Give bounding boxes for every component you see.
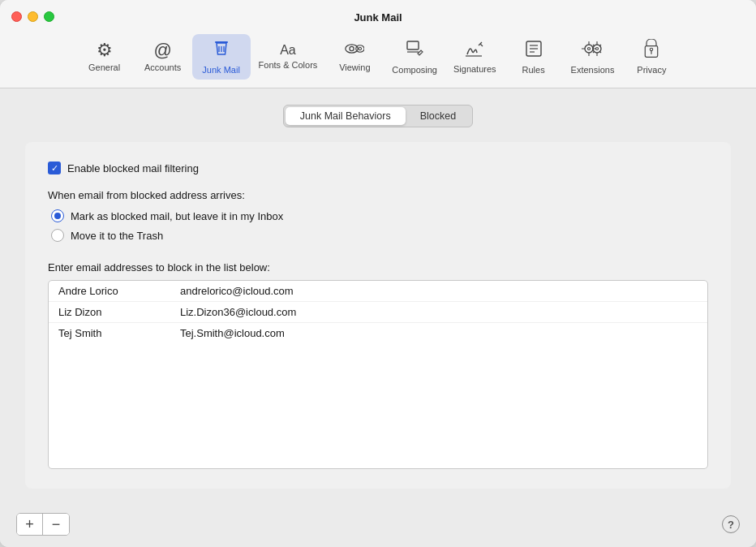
- radio-mark-label: Mark as blocked mail, but leave it in my…: [71, 210, 283, 222]
- toolbar-label-signatures: Signatures: [453, 64, 496, 74]
- enable-filtering-label: Enable blocked mail filtering: [67, 162, 199, 174]
- list-label: Enter email addresses to block in the li…: [48, 261, 708, 274]
- enable-filtering-row: ✓ Enable blocked mail filtering: [48, 162, 708, 174]
- email-row-0: Andre Lorico andrelorico@icloud.com: [49, 281, 707, 302]
- email-addr-0: andrelorico@icloud.com: [180, 285, 294, 297]
- toolbar-label-accounts: Accounts: [144, 62, 181, 72]
- email-row-2: Tej Smith Tej.Smith@icloud.com: [49, 323, 707, 343]
- when-email-label: When email from blocked address arrives:: [48, 189, 708, 201]
- bottom-bar: + − ?: [0, 505, 756, 547]
- signatures-icon: [464, 40, 485, 61]
- svg-point-16: [588, 48, 591, 50]
- email-name-2: Tej Smith: [58, 327, 156, 339]
- checkmark-icon: ✓: [51, 164, 58, 173]
- toolbar-item-accounts[interactable]: @ Accounts: [134, 37, 192, 77]
- toolbar-label-rules: Rules: [522, 65, 545, 75]
- toolbar-item-signatures[interactable]: Signatures: [445, 35, 505, 79]
- segment-junk-mail-behaviors[interactable]: Junk Mail Behaviors: [286, 107, 406, 125]
- content-area: Junk Mail Behaviors Blocked ✓ Enable blo…: [0, 88, 756, 505]
- window-title: Junk Mail: [354, 11, 402, 24]
- toolbar-label-composing: Composing: [392, 65, 437, 75]
- toolbar-item-viewing[interactable]: Viewing: [325, 37, 384, 77]
- svg-point-5: [350, 46, 354, 50]
- radio-move-label: Move it to the Trash: [71, 230, 163, 242]
- title-bar: Junk Mail: [0, 0, 756, 29]
- gear-icon: ⚙: [97, 41, 113, 59]
- toolbar-item-fonts-colors[interactable]: Aa Fonts & Colors: [251, 39, 326, 75]
- add-button[interactable]: +: [17, 514, 43, 535]
- svg-point-7: [359, 47, 361, 50]
- maximize-button[interactable]: [44, 11, 54, 22]
- rules-icon: [524, 39, 543, 62]
- email-name-0: Andre Lorico: [58, 285, 156, 297]
- help-button[interactable]: ?: [722, 515, 740, 533]
- toolbar-label-junk-mail: Junk Mail: [202, 65, 239, 75]
- add-remove-buttons: + −: [16, 513, 70, 536]
- radio-group: Mark as blocked mail, but leave it in my…: [51, 209, 708, 242]
- svg-point-15: [585, 45, 593, 53]
- toolbar-item-extensions[interactable]: Extensions: [563, 34, 623, 80]
- toolbar-label-extensions: Extensions: [571, 65, 615, 75]
- privacy-icon: [642, 39, 660, 62]
- composing-icon: [405, 39, 424, 62]
- radio-row-move: Move it to the Trash: [51, 229, 708, 242]
- toolbar-item-composing[interactable]: Composing: [384, 34, 445, 80]
- enable-filtering-checkbox[interactable]: ✓: [48, 162, 61, 174]
- svg-rect-8: [407, 41, 419, 50]
- at-icon: @: [153, 41, 171, 59]
- close-button[interactable]: [11, 11, 22, 22]
- main-window: Junk Mail ⚙ General @ Accounts Ju: [0, 0, 756, 547]
- toolbar-label-general: General: [88, 62, 120, 72]
- email-name-1: Liz Dizon: [58, 306, 156, 318]
- toolbar: ⚙ General @ Accounts Junk Mail Aa: [0, 29, 756, 88]
- blocked-panel: ✓ Enable blocked mail filtering When ema…: [25, 142, 731, 489]
- email-row-1: Liz Dizon Liz.Dizon36@icloud.com: [49, 302, 707, 323]
- segment-blocked[interactable]: Blocked: [406, 107, 470, 125]
- radio-mark[interactable]: [51, 209, 64, 222]
- toolbar-label-privacy: Privacy: [637, 65, 666, 75]
- email-addr-1: Liz.Dizon36@icloud.com: [180, 306, 296, 318]
- radio-row-mark: Mark as blocked mail, but leave it in my…: [51, 209, 708, 222]
- remove-button[interactable]: −: [43, 514, 69, 535]
- junk-mail-icon: [212, 39, 231, 62]
- radio-move[interactable]: [51, 229, 64, 242]
- traffic-lights: [11, 11, 54, 22]
- toolbar-item-rules[interactable]: Rules: [505, 34, 563, 80]
- fonts-icon: Aa: [280, 44, 296, 57]
- email-list[interactable]: Andre Lorico andrelorico@icloud.com Liz …: [48, 280, 708, 469]
- email-addr-2: Tej.Smith@icloud.com: [180, 327, 285, 339]
- toolbar-item-privacy[interactable]: Privacy: [622, 34, 681, 80]
- segment-control: Junk Mail Behaviors Blocked: [283, 105, 473, 127]
- minimize-button[interactable]: [28, 11, 38, 22]
- viewing-icon: [345, 41, 364, 59]
- toolbar-item-general[interactable]: ⚙ General: [75, 37, 134, 77]
- svg-point-6: [356, 45, 364, 53]
- toolbar-item-junk-mail[interactable]: Junk Mail: [192, 34, 251, 80]
- toolbar-label-viewing: Viewing: [339, 62, 370, 72]
- toolbar-label-fonts-colors: Fonts & Colors: [259, 60, 318, 70]
- extensions-icon: [581, 39, 604, 62]
